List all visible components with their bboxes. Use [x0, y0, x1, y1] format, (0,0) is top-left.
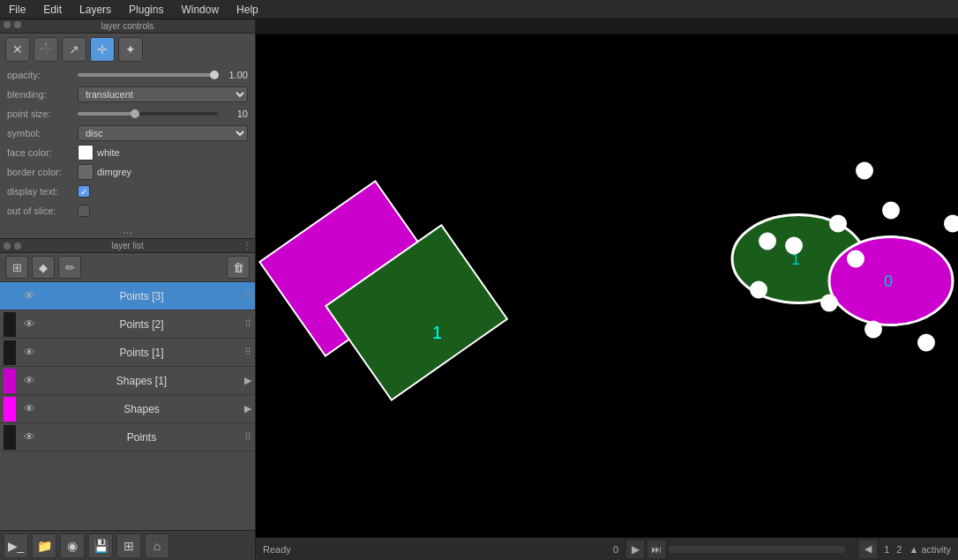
- more-options[interactable]: ...: [0, 220, 255, 238]
- point-dot: [750, 281, 767, 299]
- transform-button[interactable]: ✦: [118, 37, 143, 62]
- ll-grid-btn[interactable]: ⊞: [5, 256, 28, 279]
- layer-list-header: layer list ⋮: [0, 239, 255, 253]
- ll-delete-btn[interactable]: 🗑: [227, 256, 250, 279]
- symbol-select[interactable]: disc square star cross: [78, 125, 248, 141]
- prev-page-button[interactable]: ◀: [859, 541, 877, 558]
- grid-button[interactable]: ⊞: [116, 534, 141, 558]
- layer-name: Points [1]: [42, 347, 241, 359]
- menubar: File Edit Layers Plugins Window Help: [0, 0, 958, 19]
- point-size-fill: [78, 112, 134, 116]
- symbol-row: symbol: disc square star cross: [0, 123, 255, 143]
- layer-eye-icon[interactable]: 👁: [19, 371, 39, 391]
- layer-eye-icon[interactable]: 👁: [19, 287, 39, 306]
- controls-toolbar: ✕ ➕ ↗ ✛ ✦: [0, 34, 255, 65]
- drag-dot-1: [4, 21, 11, 28]
- layer-row[interactable]: 👁 Points [1] ⠿: [0, 339, 255, 367]
- out-of-slice-row: out of slice:: [0, 201, 255, 220]
- layer-list-section: layer list ⋮ ⊞ ◆ ✏ 🗑 👁 Points [3]: [0, 239, 255, 560]
- layer-list-toolbar: ⊞ ◆ ✏ 🗑: [0, 253, 255, 282]
- layer-row[interactable]: 👁 Shapes [1] ▶: [0, 367, 255, 395]
- shapes-3d-button[interactable]: ◉: [60, 534, 85, 558]
- point-size-track[interactable]: [78, 112, 218, 116]
- layer-color-swatch: [4, 397, 16, 422]
- status-ready: Ready: [263, 544, 291, 555]
- folder-button[interactable]: 📁: [32, 534, 56, 558]
- ll-poly-btn[interactable]: ◆: [32, 256, 55, 279]
- point-size-thumb: [131, 109, 139, 118]
- move-tool-button[interactable]: ✛: [90, 37, 115, 62]
- layer-color-swatch: [4, 312, 16, 337]
- terminal-button[interactable]: ▶_: [4, 534, 28, 558]
- drag-dot-2: [14, 21, 21, 28]
- drawing-canvas: 0 1 1 0: [256, 19, 958, 560]
- point-size-slider-container: 10: [78, 108, 248, 119]
- canvas-area: 0 1 1 0: [256, 19, 958, 560]
- display-text-row: display text: ✓: [0, 182, 255, 201]
- frame-controls: 0 ▶ ⏭: [602, 541, 852, 558]
- display-text-checkbox[interactable]: ✓: [78, 185, 90, 198]
- point-size-value: 10: [221, 108, 248, 119]
- layer-eye-icon[interactable]: 👁: [19, 343, 39, 362]
- opacity-fill: [78, 73, 218, 77]
- face-color-label: face color:: [7, 147, 78, 158]
- layer-color-swatch: [4, 369, 16, 393]
- layer-row[interactable]: 👁 Points [3] ⠿: [0, 282, 255, 310]
- play-button[interactable]: ▶: [626, 541, 644, 558]
- point-size-label: point size:: [7, 108, 78, 119]
- opacity-track[interactable]: [78, 73, 218, 77]
- border-color-row: border color: dimgrey: [0, 162, 255, 182]
- layer-name: Points [3]: [42, 290, 241, 302]
- layer-name: Points: [42, 431, 241, 444]
- statusbar: Ready 0 ▶ ⏭ ◀ 1 2 ▲ activity: [256, 537, 958, 560]
- display-text-checkbox-container: ✓: [78, 185, 90, 198]
- layer-eye-icon[interactable]: 👁: [19, 399, 39, 419]
- save-button[interactable]: 💾: [88, 534, 113, 558]
- out-of-slice-label: out of slice:: [7, 205, 78, 216]
- ll-toolbar-left: ⊞ ◆ ✏: [5, 256, 81, 279]
- face-color-swatch[interactable]: [78, 145, 94, 161]
- menu-layers[interactable]: Layers: [71, 2, 120, 18]
- blending-select[interactable]: translucent normal add multiply: [78, 86, 248, 102]
- layer-row[interactable]: 👁 Points ⠿: [0, 423, 255, 452]
- layer-color-swatch: [4, 425, 16, 450]
- layer-name: Points [2]: [42, 318, 241, 331]
- layer-controls-header: layer controls: [0, 19, 255, 34]
- border-color-label: border color:: [7, 167, 78, 177]
- add-layer-button[interactable]: ➕: [34, 37, 58, 62]
- layer-drag-icon: ⠿: [244, 431, 251, 443]
- layer-row[interactable]: 👁 Points [2] ⠿: [0, 310, 255, 339]
- opacity-label: opacity:: [7, 70, 78, 80]
- ll-dot-2: [14, 243, 21, 250]
- skip-to-end-button[interactable]: ⏭: [647, 541, 665, 558]
- main-layout: layer controls ✕ ➕ ↗ ✛ ✦ opacity: 1.00: [0, 19, 958, 560]
- out-of-slice-checkbox[interactable]: [78, 205, 90, 217]
- layer-controls-title: layer controls: [101, 21, 153, 31]
- point-dot: [917, 334, 935, 352]
- menu-window[interactable]: Window: [172, 2, 228, 18]
- layer-drag-icon: ⠿: [244, 318, 251, 330]
- layer-arrow-icon: ▶: [244, 403, 251, 414]
- face-color-row: face color: white: [0, 143, 255, 162]
- menu-help[interactable]: Help: [228, 2, 267, 18]
- select-tool-button[interactable]: ↗: [62, 37, 86, 62]
- timeline-bar[interactable]: [669, 546, 845, 553]
- menu-edit[interactable]: Edit: [34, 2, 71, 18]
- layer-list-options[interactable]: ⋮: [243, 241, 251, 250]
- layer-eye-icon[interactable]: 👁: [19, 428, 39, 447]
- menu-plugins[interactable]: Plugins: [120, 2, 172, 18]
- layer-eye-icon[interactable]: 👁: [19, 315, 39, 334]
- layers-container: 👁 Points [3] ⠿ 👁 Points [2] ⠿ 👁 Points […: [0, 282, 255, 530]
- home-button[interactable]: ⌂: [145, 534, 169, 558]
- ll-edit-btn[interactable]: ✏: [58, 256, 81, 279]
- face-color-name: white: [97, 147, 248, 158]
- remove-layer-button[interactable]: ✕: [5, 37, 30, 62]
- bottom-toolbar: ▶_ 📁 ◉ 💾 ⊞ ⌂: [0, 530, 255, 560]
- point-dot: [856, 162, 873, 180]
- menu-file[interactable]: File: [0, 2, 34, 18]
- point-dot: [759, 233, 776, 250]
- border-color-swatch[interactable]: [78, 164, 94, 180]
- border-color-name: dimgrey: [97, 167, 248, 177]
- layer-row[interactable]: 👁 Shapes ▶: [0, 395, 255, 423]
- page-1-indicator: 1: [884, 544, 889, 555]
